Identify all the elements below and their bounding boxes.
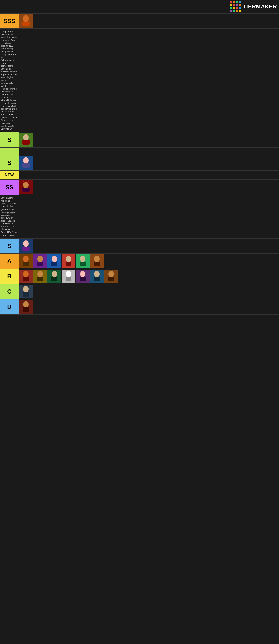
tier-label-empty1 — [0, 148, 18, 155]
svg-point-55 — [66, 271, 71, 277]
character-portrait-a-2[interactable] — [33, 254, 47, 268]
character-portrait-s3-1[interactable] — [19, 239, 33, 253]
character-portrait-sss-1[interactable] — [19, 14, 33, 28]
svg-rect-44 — [94, 262, 100, 266]
svg-point-1 — [23, 15, 29, 22]
tiermaker-logo: TiERMAKER — [230, 1, 277, 12]
svg-rect-32 — [37, 262, 43, 266]
tiermaker-brand-text: TiERMAKER — [243, 4, 277, 10]
tier-label-s2: S — [0, 156, 18, 170]
svg-point-52 — [52, 271, 57, 277]
svg-rect-14 — [28, 163, 30, 167]
svg-point-67 — [23, 286, 29, 292]
svg-rect-65 — [108, 277, 114, 281]
svg-rect-19 — [28, 188, 30, 191]
tier-row-new: NEW — [0, 171, 279, 180]
tier-list: TiERMAKER SSS DragonLash midscrushes low… — [0, 0, 279, 315]
svg-rect-71 — [23, 292, 29, 296]
character-portrait-ss-1[interactable] — [19, 180, 33, 194]
character-portrait-c-1[interactable] — [19, 285, 33, 298]
tier-row-s2: S — [0, 156, 279, 171]
svg-point-43 — [94, 256, 100, 262]
character-portrait-b-2[interactable] — [33, 270, 47, 283]
character-portrait-b-6[interactable] — [90, 270, 104, 283]
svg-rect-4 — [28, 22, 30, 26]
tier-content-s2 — [18, 156, 279, 170]
tier-content-d — [18, 300, 279, 314]
tier-label-ss: SS — [0, 180, 18, 195]
character-portrait-a-5[interactable] — [76, 254, 90, 268]
tier-notes-1: DragonLash midscrushes lows+1 on block s… — [0, 29, 18, 132]
svg-rect-53 — [51, 277, 57, 281]
svg-rect-29 — [23, 262, 29, 266]
character-portrait-b-5[interactable] — [76, 270, 90, 283]
character-portrait-b-7[interactable] — [104, 270, 118, 283]
tier-row-c: C — [0, 284, 279, 300]
character-portrait-a-6[interactable] — [90, 254, 104, 268]
svg-rect-62 — [94, 277, 100, 281]
svg-point-31 — [37, 256, 43, 262]
tier-row-b: B — [0, 269, 279, 284]
tier-row-ss: SS — [0, 180, 279, 195]
tier-content-s3 — [18, 239, 279, 254]
tier-row-d: D — [0, 300, 279, 315]
header: TiERMAKER — [0, 0, 279, 14]
svg-rect-13 — [22, 163, 24, 167]
svg-rect-50 — [37, 277, 43, 281]
character-portrait-s1-1[interactable] — [19, 133, 33, 147]
tier-content-new — [18, 171, 279, 180]
tier-row-sss: SSS — [0, 14, 279, 29]
svg-point-73 — [23, 301, 29, 308]
tier-row-s1: S — [0, 132, 279, 148]
svg-rect-38 — [66, 262, 71, 266]
tier-row-empty1 — [0, 148, 279, 156]
tier-content-a — [18, 254, 279, 268]
svg-rect-8 — [22, 140, 24, 144]
notes-content-1 — [18, 29, 279, 132]
svg-rect-74 — [23, 307, 29, 312]
character-portrait-a-4[interactable] — [62, 254, 75, 268]
tier-label-c: C — [0, 284, 18, 299]
svg-point-61 — [94, 271, 100, 277]
svg-rect-59 — [80, 277, 86, 281]
tier-row-notes1: DragonLash midscrushes lows+1 on block s… — [0, 29, 279, 132]
tier-label-d: D — [0, 300, 18, 314]
tier-label-new: NEW — [0, 171, 18, 180]
character-portrait-b-3[interactable] — [47, 270, 61, 283]
svg-point-46 — [23, 271, 29, 277]
tier-content-sss — [18, 14, 279, 28]
svg-point-6 — [23, 134, 29, 140]
tier-notes-2: 5MPmassive hitbox/no hurtbox2MPBDR check… — [0, 195, 18, 238]
svg-rect-26 — [28, 246, 30, 250]
tier-content-s1 — [18, 132, 279, 147]
character-portrait-d-1[interactable] — [19, 300, 33, 314]
svg-rect-25 — [22, 246, 24, 250]
svg-point-58 — [80, 271, 85, 277]
svg-rect-41 — [80, 262, 86, 266]
svg-point-34 — [52, 256, 57, 262]
svg-rect-3 — [21, 22, 24, 26]
tier-row-a: A — [0, 254, 279, 269]
tier-label-sss: SSS — [0, 14, 18, 28]
svg-point-37 — [66, 256, 71, 262]
tier-content-b — [18, 269, 279, 284]
tier-content-empty1 — [18, 148, 279, 155]
svg-point-23 — [23, 240, 29, 247]
svg-point-64 — [108, 271, 114, 277]
notes-content-2 — [18, 195, 279, 238]
character-portrait-a-1[interactable] — [19, 254, 33, 268]
tier-row-notes2: 5MPmassive hitbox/no hurtbox2MPBDR check… — [0, 195, 279, 239]
svg-rect-18 — [22, 188, 24, 191]
character-portrait-s2-1[interactable] — [19, 156, 33, 170]
svg-rect-35 — [51, 262, 57, 266]
character-portrait-b-4[interactable] — [62, 270, 75, 283]
svg-rect-9 — [28, 140, 30, 144]
tier-content-c — [18, 284, 279, 299]
tier-label-s1: S — [0, 132, 18, 147]
tiermaker-icon — [230, 1, 241, 12]
svg-rect-47 — [23, 277, 29, 281]
character-portrait-b-1[interactable] — [19, 270, 33, 283]
svg-point-40 — [80, 256, 85, 262]
tier-label-s3: S — [0, 239, 18, 254]
character-portrait-a-3[interactable] — [47, 254, 61, 268]
